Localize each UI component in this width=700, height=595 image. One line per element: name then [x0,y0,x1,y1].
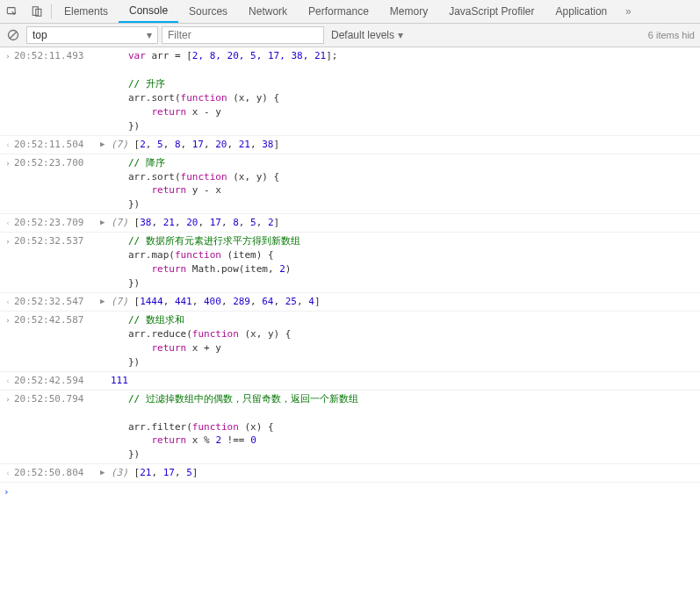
console-output-row: ‹ 20:52:23.709 ▶ (7) [38, 21, 20, 17, 8,… [0,214,700,233]
console-output-row: ‹ 20:52:32.547 ▶ (7) [1444, 441, 400, 28… [0,293,700,312]
hidden-messages-count: 6 items hid [648,30,696,40]
console-output-row: ‹ 20:52:11.504 ▶ (7) [2, 5, 8, 17, 20, 2… [0,136,700,154]
timestamp: 20:52:32.547 [12,295,100,309]
output-chevron-icon: ‹ [4,216,12,230]
output-chevron-icon: ‹ [4,374,12,388]
tab-application[interactable]: Application [545,0,618,23]
code-block: // 数据所有元素进行求平方得到新数组 arr.map(function (it… [111,234,700,290]
filter-input[interactable] [162,26,324,44]
dropdown-icon: ▾ [398,29,403,41]
prompt-chevron-icon: › [4,485,16,499]
expand-icon[interactable]: ▶ [100,466,111,480]
console-input-row: › 20:52:11.493 var arr = [2, 8, 20, 5, 1… [0,47,700,136]
console-output-row: ‹ 20:52:50.804 ▶ (3) [21, 17, 5] [0,464,700,483]
timestamp: 20:52:11.493 [12,49,100,133]
console-prompt[interactable]: › [0,483,700,502]
tab-network[interactable]: Network [238,0,298,23]
timestamp: 20:52:50.804 [12,466,100,480]
tab-performance[interactable]: Performance [298,0,379,23]
tab-js-profiler[interactable]: JavaScript Profiler [438,0,545,23]
tab-elements[interactable]: Elements [54,0,119,23]
console-output-row: ‹ 20:52:42.594 111 [0,372,700,391]
timestamp: 20:52:50.794 [12,392,100,462]
dropdown-icon: ▾ [147,29,152,41]
code-block: var arr = [2, 8, 20, 5, 17, 38, 21]; // … [111,49,700,133]
input-chevron-icon: › [4,313,12,369]
panel-tabs: Elements Console Sources Network Perform… [54,0,617,23]
expand-icon[interactable]: ▶ [100,138,111,152]
console-filter-bar: top ▾ Default levels ▾ 6 items hid [0,24,700,47]
input-chevron-icon: › [4,392,12,462]
timestamp: 20:52:11.504 [12,138,100,152]
output-value[interactable]: (7) [2, 5, 8, 17, 20, 21, 38] [111,138,700,152]
timestamp: 20:52:42.594 [12,374,100,388]
clear-console-icon[interactable] [4,29,23,41]
output-value[interactable]: (7) [1444, 441, 400, 289, 64, 25, 4] [111,295,700,309]
console-input-row: › 20:52:32.537 // 数据所有元素进行求平方得到新数组 arr.m… [0,233,700,293]
output-chevron-icon: ‹ [4,466,12,480]
console-input-row: › 20:52:50.794 // 过滤掉数组中的偶数，只留奇数，返回一个新数组… [0,391,700,465]
timestamp: 20:52:42.587 [12,313,100,369]
context-selector[interactable]: top ▾ [26,26,158,44]
code-block: // 降序 arr.sort(function (x, y) { return … [111,156,700,212]
device-toggle-icon[interactable] [25,0,49,23]
input-chevron-icon: › [4,156,12,212]
console-messages: › 20:52:11.493 var arr = [2, 8, 20, 5, 1… [0,47,700,502]
output-chevron-icon: ‹ [4,138,12,152]
timestamp: 20:52:32.537 [12,234,100,290]
expand-icon[interactable]: ▶ [100,216,111,230]
tabs-overflow-icon[interactable]: » [617,5,639,18]
console-input-row: › 20:52:42.587 // 数组求和 arr.reduce(functi… [0,312,700,372]
tab-console[interactable]: Console [119,0,178,23]
context-label: top [32,29,47,41]
input-chevron-icon: › [4,234,12,290]
log-level-selector[interactable]: Default levels ▾ [331,29,403,41]
code-block: // 过滤掉数组中的偶数，只留奇数，返回一个新数组 arr.filter(fun… [111,392,700,462]
code-block: // 数组求和 arr.reduce(function (x, y) { ret… [111,313,700,369]
output-value[interactable]: (7) [38, 21, 20, 17, 8, 5, 2] [111,216,700,230]
timestamp: 20:52:23.709 [12,216,100,230]
timestamp: 20:52:23.700 [12,156,100,212]
output-value: 111 [111,374,700,388]
expand-icon[interactable]: ▶ [100,295,111,309]
console-input-row: › 20:52:23.700 // 降序 arr.sort(function (… [0,154,700,215]
tab-memory[interactable]: Memory [379,0,438,23]
devtools-toolbar: Elements Console Sources Network Perform… [0,0,700,24]
tab-sources[interactable]: Sources [178,0,238,23]
input-chevron-icon: › [4,49,12,133]
svg-line-4 [10,32,17,39]
output-chevron-icon: ‹ [4,295,12,309]
inspect-element-icon[interactable] [0,0,25,23]
output-value[interactable]: (3) [21, 17, 5] [111,466,700,480]
level-label: Default levels [331,29,394,41]
